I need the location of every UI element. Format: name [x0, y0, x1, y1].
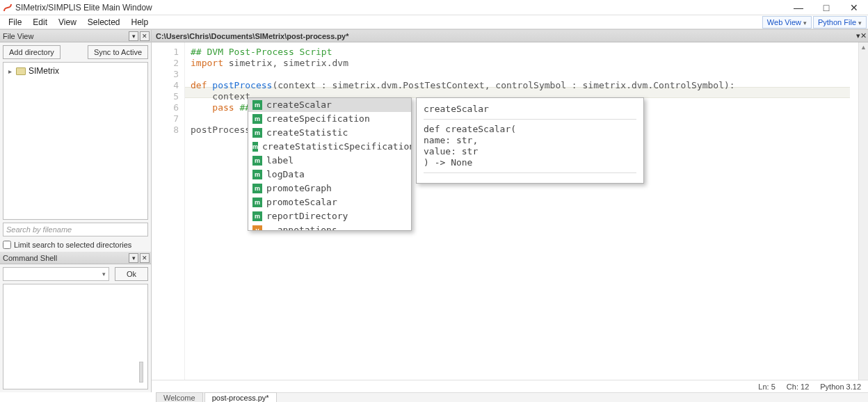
minimize-button[interactable]: —	[785, 0, 812, 15]
menu-help[interactable]: Help	[126, 16, 154, 29]
file-search-input[interactable]: Search by filename	[3, 223, 148, 236]
autocomplete-label: label	[266, 155, 294, 166]
method-icon: m	[252, 184, 262, 193]
autocomplete-item[interactable]: v__annotations__	[248, 223, 411, 230]
limit-search-checkbox-box[interactable]	[3, 241, 11, 249]
autocomplete-label: createScalar	[266, 99, 332, 111]
method-icon: m	[252, 198, 262, 207]
status-col: 12	[801, 383, 809, 391]
autocomplete-popup[interactable]: mcreateScalarmcreateSpecificationmcreate…	[248, 97, 412, 231]
status-python: Python 3.12	[820, 383, 861, 391]
cmdshell-panel: Ok	[0, 264, 151, 392]
document-tabs: Welcome post-process.py*	[156, 392, 868, 402]
autocomplete-item[interactable]: mpromoteGraph	[248, 182, 411, 195]
autocomplete-item[interactable]: mlogData	[248, 168, 411, 182]
cmdshell-title: Command Shell	[3, 254, 127, 262]
window-title: SIMetrix/SIMPLIS Elite Main Window	[15, 3, 785, 13]
method-icon: m	[252, 128, 262, 138]
doc-popup: createScalar def createScalar( name: str…	[416, 97, 644, 184]
tree-root-item[interactable]: ▸ SIMetrix	[6, 65, 145, 77]
autocomplete-label: createStatistic	[266, 127, 348, 138]
folder-icon	[16, 67, 26, 75]
cmd-ok-button[interactable]: Ok	[115, 267, 148, 281]
scroll-up-icon[interactable]: ▲	[859, 42, 868, 52]
fileview-panel: Add directory Sync to Active ▸ SIMetrix …	[0, 42, 151, 252]
maximize-button[interactable]: □	[812, 0, 840, 15]
autocomplete-item[interactable]: mpromoteScalar	[248, 195, 411, 209]
add-directory-button[interactable]: Add directory	[3, 45, 61, 59]
fileview-title: File View	[3, 32, 127, 40]
cmd-input[interactable]	[3, 267, 109, 281]
limit-search-label: Limit search to selected directories	[14, 241, 131, 249]
cmd-output	[3, 284, 148, 389]
autocomplete-item[interactable]: mcreateScalar	[248, 98, 411, 112]
cmdshell-close-button[interactable]: ✕	[140, 253, 150, 263]
menu-view[interactable]: View	[53, 16, 82, 29]
autocomplete-label: __annotations__	[266, 225, 348, 230]
menu-bar: File Edit View Selected Help Web View Py…	[0, 15, 868, 29]
app-logo-icon	[3, 3, 13, 13]
autocomplete-item[interactable]: mreportDirectory	[248, 209, 411, 223]
line-gutter: 1 2 3 4 5 6 7 8	[152, 42, 185, 392]
method-icon: m	[252, 114, 262, 124]
method-icon: m	[252, 211, 262, 221]
autocomplete-label: createStatisticSpecification	[262, 141, 411, 152]
autocomplete-item[interactable]: mcreateSpecification	[248, 112, 411, 126]
cmdshell-header: Command Shell ▾ ✕	[0, 252, 151, 264]
variable-icon: v	[252, 225, 262, 230]
autocomplete-label: promoteScalar	[266, 197, 337, 208]
tab-welcome[interactable]: Welcome	[156, 392, 203, 402]
cmdshell-collapse-button[interactable]: ▾	[129, 253, 138, 263]
status-bar: Ln: 5 Ch: 12 Python 3.12	[152, 380, 868, 392]
autocomplete-label: createSpecification	[266, 113, 370, 124]
fileview-close-button[interactable]: ✕	[140, 31, 150, 41]
autocomplete-label: promoteGraph	[266, 183, 332, 194]
autocomplete-item[interactable]: mlabel	[248, 154, 411, 168]
method-icon: m	[252, 100, 262, 110]
title-bar: SIMetrix/SIMPLIS Elite Main Window — □ ✕	[0, 0, 868, 15]
close-button[interactable]: ✕	[840, 0, 868, 15]
menu-selected[interactable]: Selected	[82, 16, 126, 29]
code-body[interactable]: ## DVM Post-Process Script import simetr…	[185, 42, 858, 392]
file-tree[interactable]: ▸ SIMetrix	[3, 62, 148, 220]
doc-title: createScalar	[424, 104, 636, 115]
method-icon: m	[252, 156, 262, 166]
editor-vscrollbar[interactable]: ▲ ▼	[858, 42, 868, 392]
method-icon: m	[252, 170, 262, 179]
autocomplete-label: reportDirectory	[266, 211, 348, 222]
autocomplete-item[interactable]: mcreateStatisticSpecification	[248, 140, 411, 154]
method-icon: m	[252, 142, 258, 152]
menu-file[interactable]: File	[3, 16, 27, 29]
editor-close-button[interactable]: ✕	[860, 31, 867, 40]
code-editor[interactable]: 1 2 3 4 5 6 7 8 ## DVM Post-Process Scri…	[152, 42, 868, 392]
vertical-splitter[interactable]	[139, 362, 143, 383]
sync-to-active-button[interactable]: Sync to Active	[88, 45, 148, 59]
pythonfile-dropdown[interactable]: Python File	[813, 16, 867, 29]
limit-search-checkbox[interactable]: Limit search to selected directories	[3, 241, 148, 249]
autocomplete-item[interactable]: mcreateStatistic	[248, 126, 411, 140]
editor-filepath: C:\Users\Chris\Documents\SIMetrix\post-p…	[156, 32, 856, 40]
tree-expand-icon[interactable]: ▸	[6, 67, 13, 75]
tree-root-label: SIMetrix	[29, 66, 59, 76]
webview-dropdown[interactable]: Web View	[762, 16, 812, 29]
fileview-header: File View ▾ ✕	[0, 30, 151, 42]
fileview-collapse-button[interactable]: ▾	[129, 31, 138, 41]
editor-header: C:\Users\Chris\Documents\SIMetrix\post-p…	[152, 30, 868, 42]
autocomplete-label: logData	[266, 169, 305, 180]
menu-edit[interactable]: Edit	[27, 16, 53, 29]
status-line: 5	[771, 383, 775, 391]
tab-postprocess[interactable]: post-process.py*	[204, 392, 277, 402]
